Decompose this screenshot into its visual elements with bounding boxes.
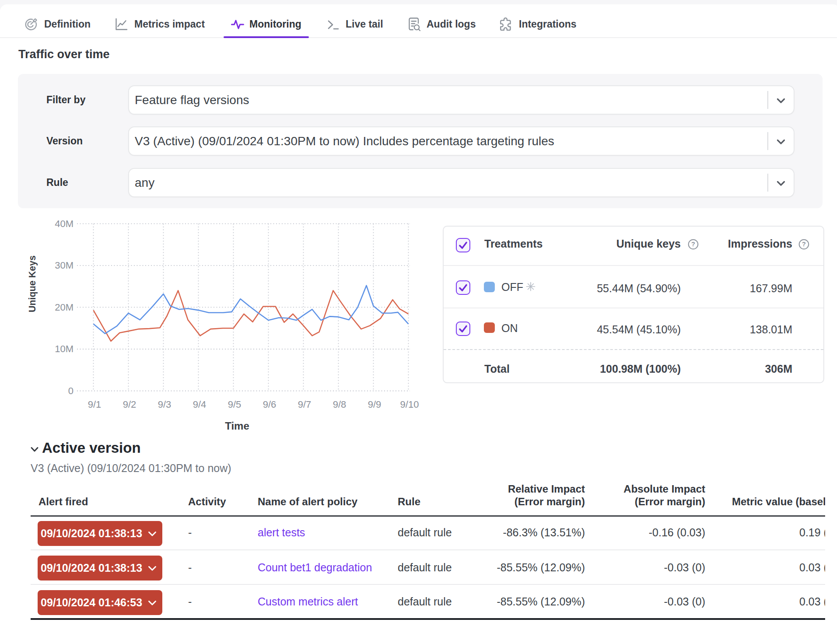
svg-text:?: ? [691, 241, 695, 248]
svg-text:?: ? [802, 241, 806, 248]
